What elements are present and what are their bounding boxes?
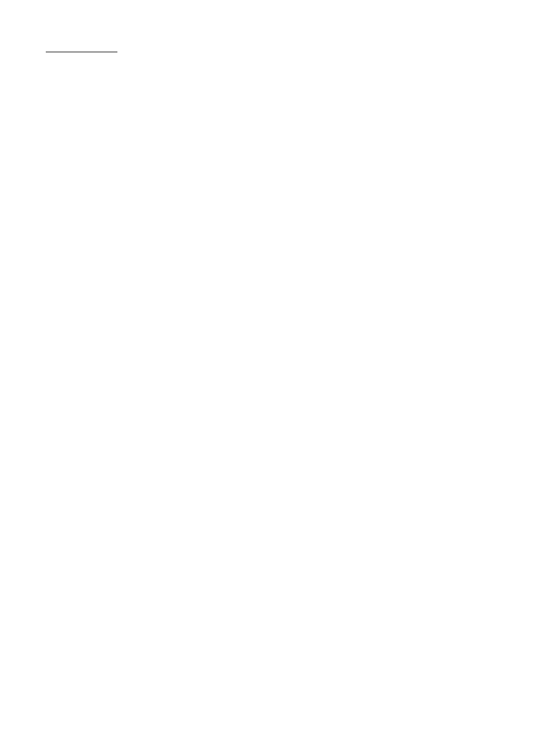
note-label: [46, 52, 117, 80]
document-page: [0, 0, 560, 80]
